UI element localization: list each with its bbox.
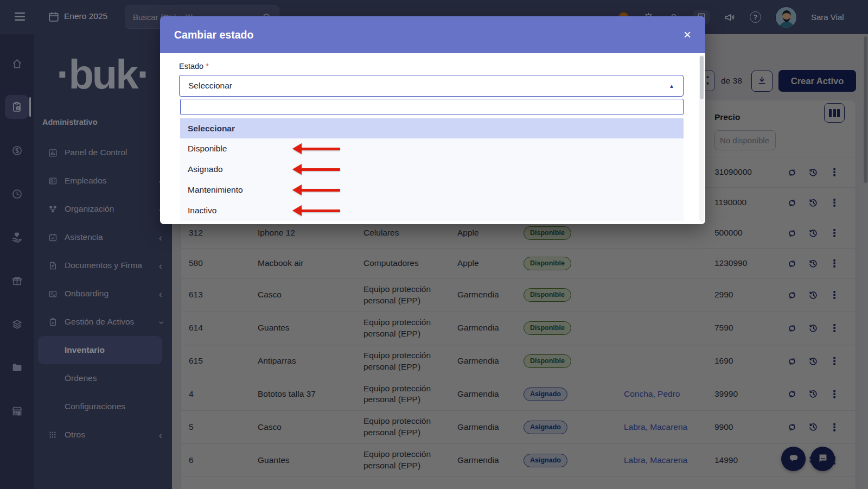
dropdown-option-inactivo[interactable]: Inactivo	[180, 200, 684, 221]
dropdown-option-asignado[interactable]: Asignado	[180, 159, 684, 180]
modal-scrollbar-thumb[interactable]	[700, 56, 704, 99]
estado-field-label: Estado	[179, 62, 203, 71]
modal-scrollbar[interactable]	[699, 55, 704, 222]
close-icon[interactable]: ×	[684, 28, 691, 41]
modal-body: Estado * Seleccionar ▲ Seleccionar Dispo…	[160, 53, 705, 224]
modal-title: Cambiar estado	[174, 29, 253, 41]
select-value: Seleccionar	[188, 81, 232, 91]
annotation-arrow	[292, 164, 340, 175]
dropdown-option-seleccionar[interactable]: Seleccionar	[180, 118, 684, 138]
app-window: Enero 2025 ? Sara Via	[0, 0, 868, 489]
estado-select[interactable]: Seleccionar ▲	[179, 75, 684, 97]
modal-header: Cambiar estado ×	[160, 16, 705, 53]
dropdown-search-input[interactable]	[180, 99, 684, 115]
change-state-modal: Cambiar estado × Estado * Seleccionar ▲ …	[160, 16, 705, 224]
required-asterisk: *	[206, 62, 209, 71]
dropdown-option-mantenimiento[interactable]: Mantenimiento	[180, 180, 684, 200]
dropdown-option-disponible[interactable]: Disponible	[180, 138, 684, 159]
annotation-arrow	[292, 143, 340, 154]
annotation-arrow	[292, 185, 340, 195]
estado-dropdown: Seleccionar Disponible Asignado Mantenim…	[180, 99, 684, 221]
annotation-arrow	[292, 205, 340, 216]
caret-up-icon: ▲	[669, 83, 674, 89]
